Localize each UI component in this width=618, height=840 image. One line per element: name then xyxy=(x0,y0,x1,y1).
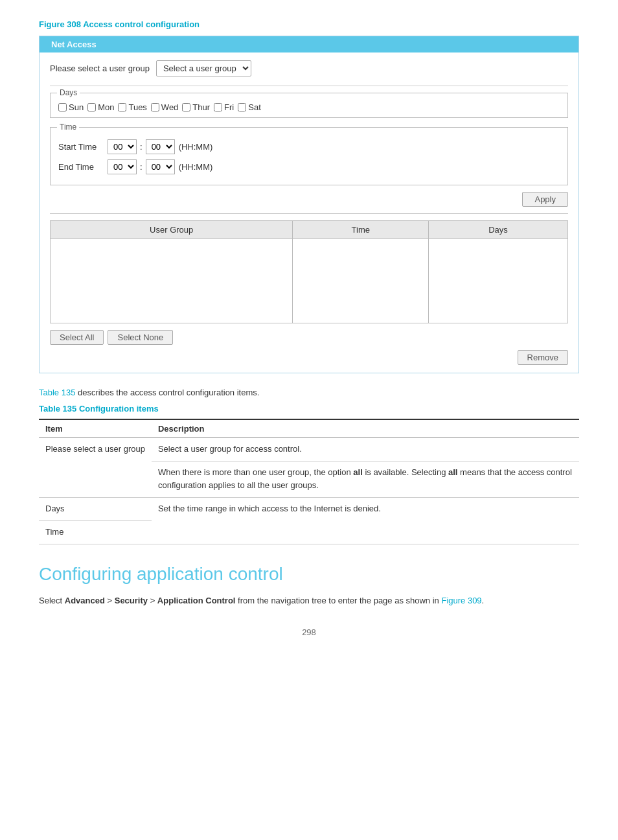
table-cell-time xyxy=(293,239,429,323)
day-sat-label: Sat xyxy=(248,102,261,112)
remove-button[interactable]: Remove xyxy=(518,350,568,365)
start-hour-select[interactable]: 00010203 04050607 08091011 12131415 1617… xyxy=(108,139,137,154)
config-table: Item Description Please select a user gr… xyxy=(39,419,579,544)
bold-all-1: all xyxy=(353,467,362,477)
apply-button[interactable]: Apply xyxy=(522,192,568,207)
day-mon: Mon xyxy=(87,102,114,112)
desc-rest: describes the access control configurati… xyxy=(78,388,259,397)
select-all-button[interactable]: Select All xyxy=(50,330,104,345)
config-desc-days: Set the time range in which access to th… xyxy=(152,498,579,544)
day-tues: Tues xyxy=(118,102,146,112)
table-cell-days xyxy=(429,239,568,323)
day-sun: Sun xyxy=(58,102,84,112)
time-legend: Time xyxy=(57,122,79,132)
config-desc-user-group-2: When there is more than one user group, … xyxy=(152,461,579,498)
config-row-user-group: Please select a user group Select a user… xyxy=(39,438,579,461)
days-legend: Days xyxy=(57,88,80,97)
net-access-panel: Net Access Please select a user group Se… xyxy=(39,36,579,373)
start-minute-select[interactable]: 00153045 xyxy=(146,139,175,154)
start-time-label: Start Time xyxy=(58,142,105,152)
config-table-title: Table 135 Configuration items xyxy=(39,404,579,414)
end-minute-select[interactable]: 00153045 xyxy=(146,159,175,174)
figure-309-link[interactable]: Figure 309 xyxy=(441,596,481,605)
desc-paragraph: Table 135 describes the access control c… xyxy=(39,386,579,400)
col-time: Time xyxy=(293,221,429,239)
checkbox-sun[interactable] xyxy=(58,103,67,111)
bold-security: Security xyxy=(115,596,148,605)
bold-advanced: Advanced xyxy=(65,596,105,605)
end-time-format: (HH:MM) xyxy=(179,162,213,172)
days-section: Days Sun Mon Tues Wed xyxy=(50,93,568,118)
day-fri-label: Fri xyxy=(224,102,234,112)
day-wed-label: Wed xyxy=(161,102,179,112)
col-days: Days xyxy=(429,221,568,239)
select-none-button[interactable]: Select None xyxy=(108,330,173,345)
checkbox-thur[interactable] xyxy=(182,103,190,111)
day-thur-label: Thur xyxy=(192,102,210,112)
checkbox-wed[interactable] xyxy=(151,103,159,111)
bold-all-2: all xyxy=(448,467,457,477)
config-item-days: Days xyxy=(39,498,152,521)
divider-mid xyxy=(50,213,568,214)
day-mon-label: Mon xyxy=(98,102,114,112)
days-row: Sun Mon Tues Wed Thur xyxy=(58,102,560,112)
config-col-item: Item xyxy=(39,419,152,438)
section-body: Select Advanced > Security > Application… xyxy=(39,594,579,608)
end-time-row: End Time 00010203 04050607 08091011 1213… xyxy=(58,159,560,174)
day-thur: Thur xyxy=(182,102,210,112)
table-cell-ug xyxy=(51,239,293,323)
config-item-time: Time xyxy=(39,520,152,544)
start-time-sep: : xyxy=(140,142,143,152)
table-ref-link[interactable]: Table 135 xyxy=(39,388,75,397)
checkbox-tues[interactable] xyxy=(118,103,126,111)
figure-title: Figure 308 Access control configuration xyxy=(39,19,579,29)
divider-top xyxy=(50,86,568,86)
config-desc-user-group-1: Select a user group for access control. xyxy=(152,438,579,461)
day-sun-label: Sun xyxy=(69,102,84,112)
user-group-select[interactable]: Select a user group all group1 group2 xyxy=(156,60,251,76)
bold-app-control: Application Control xyxy=(157,596,236,605)
end-time-sep: : xyxy=(140,162,143,172)
start-time-format: (HH:MM) xyxy=(179,142,213,152)
section-heading: Configuring application control xyxy=(39,564,579,585)
start-time-row: Start Time 00010203 04050607 08091011 12… xyxy=(58,139,560,154)
day-wed: Wed xyxy=(151,102,179,112)
time-section: Time Start Time 00010203 04050607 080910… xyxy=(50,127,568,185)
col-user-group: User Group xyxy=(51,221,293,239)
apply-row: Apply xyxy=(50,192,568,207)
day-fri: Fri xyxy=(214,102,234,112)
checkbox-mon[interactable] xyxy=(87,103,96,111)
remove-row: Remove xyxy=(50,350,568,365)
page-number: 298 xyxy=(39,627,579,637)
select-buttons: Select All Select None xyxy=(50,330,568,345)
config-col-desc: Description xyxy=(152,419,579,438)
user-group-table: User Group Time Days xyxy=(50,220,568,323)
table-row xyxy=(51,239,568,323)
checkbox-sat[interactable] xyxy=(238,103,246,111)
day-sat: Sat xyxy=(238,102,261,112)
user-group-row: Please select a user group Select a user… xyxy=(50,60,568,76)
day-tues-label: Tues xyxy=(128,102,146,112)
config-row-days: Days Set the time range in which access … xyxy=(39,498,579,521)
end-time-label: End Time xyxy=(58,162,105,172)
tab-bar: Net Access xyxy=(40,36,578,52)
config-item-user-group: Please select a user group xyxy=(39,438,152,497)
user-group-label: Please select a user group xyxy=(50,64,150,73)
tab-net-access[interactable]: Net Access xyxy=(40,36,108,52)
end-hour-select[interactable]: 00010203 04050607 08091011 12131415 1617… xyxy=(108,159,137,174)
checkbox-fri[interactable] xyxy=(214,103,222,111)
